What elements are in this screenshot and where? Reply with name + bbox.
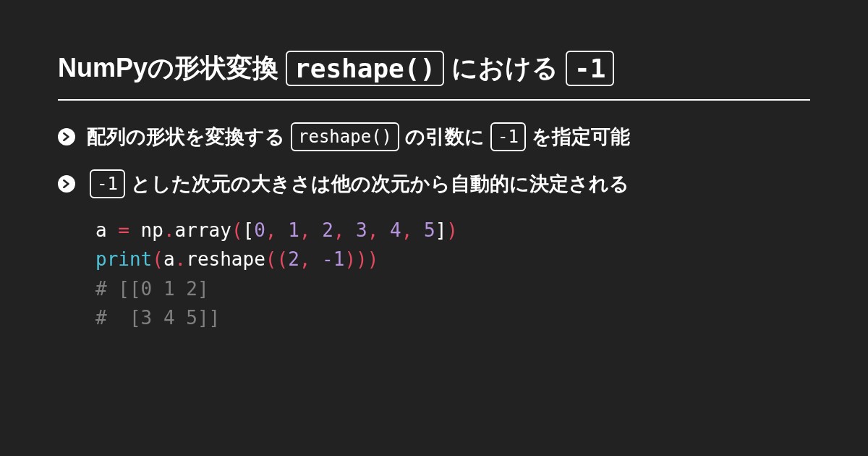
code-token: 0	[254, 219, 265, 241]
title-code-minus1: -1	[566, 51, 614, 86]
code-token: array	[175, 219, 231, 241]
code-token: 2	[288, 248, 299, 270]
title-part-2: における	[451, 51, 558, 86]
code-token: 2	[322, 219, 333, 241]
bullet-text-segment: 配列の形状を変換する	[87, 122, 285, 152]
code-token	[378, 219, 390, 241]
code-token: ,	[333, 219, 345, 241]
code-token: ,	[401, 219, 413, 241]
code-token: )))	[344, 248, 378, 270]
code-line: print(a.reshape((2, -1)))	[95, 245, 810, 274]
chevron-right-icon	[58, 128, 75, 145]
code-token: # [[0 1 2]	[95, 278, 209, 300]
bullet-text-segment: の引数に	[405, 122, 485, 152]
code-token: # [3 4 5]]	[95, 307, 220, 329]
code-token: ]	[435, 219, 447, 241]
code-token: np	[129, 219, 163, 241]
title-code-reshape: reshape()	[286, 51, 444, 86]
title-part-1: NumPyの形状変換	[58, 51, 278, 86]
code-token: 4	[390, 219, 401, 241]
code-token: reshape	[186, 248, 265, 270]
code-token: -1	[322, 248, 344, 270]
code-token: .	[163, 219, 175, 241]
code-token: (	[231, 219, 243, 241]
code-token: ,	[299, 248, 311, 270]
code-token: 3	[356, 219, 367, 241]
code-line: # [3 4 5]]	[95, 303, 810, 332]
code-line: a = np.array([0, 1, 2, 3, 4, 5])	[95, 216, 810, 245]
code-token: .	[175, 248, 187, 270]
inline-code: reshape()	[291, 122, 399, 151]
inline-code: -1	[490, 122, 526, 151]
code-token: =	[118, 219, 129, 241]
bullet-list: 配列の形状を変換するreshape()の引数に-1を指定可能-1とした次元の大き…	[58, 122, 810, 198]
bullet-text: 配列の形状を変換するreshape()の引数に-1を指定可能	[87, 122, 630, 152]
code-token: 1	[288, 219, 299, 241]
bullet-text: -1とした次元の大きさは他の次元から自動的に決定される	[87, 169, 629, 199]
code-token: ,	[367, 219, 379, 241]
bullet-text-segment: とした次元の大きさは他の次元から自動的に決定される	[131, 169, 629, 199]
code-token: )	[446, 219, 458, 241]
code-token: ,	[265, 219, 277, 241]
code-token: ,	[299, 219, 311, 241]
code-token: ((	[265, 248, 288, 270]
page-title: NumPyの形状変換 reshape() における -1	[58, 51, 810, 101]
code-token: (	[152, 248, 163, 270]
inline-code: -1	[90, 169, 125, 198]
code-token: 5	[424, 219, 435, 241]
code-token: a	[163, 248, 175, 270]
code-token	[277, 219, 289, 241]
code-token	[310, 219, 322, 241]
code-token: print	[95, 248, 152, 270]
code-token: [	[243, 219, 255, 241]
bullet-item: -1とした次元の大きさは他の次元から自動的に決定される	[58, 169, 810, 199]
chevron-right-icon	[58, 175, 75, 193]
bullet-text-segment: を指定可能	[532, 122, 630, 152]
code-block: a = np.array([0, 1, 2, 3, 4, 5])print(a.…	[95, 216, 810, 332]
code-token	[412, 219, 424, 241]
code-token	[344, 219, 356, 241]
code-token	[310, 248, 322, 270]
bullet-item: 配列の形状を変換するreshape()の引数に-1を指定可能	[58, 122, 810, 152]
code-line: # [[0 1 2]	[95, 274, 810, 303]
code-token: a	[95, 219, 118, 241]
